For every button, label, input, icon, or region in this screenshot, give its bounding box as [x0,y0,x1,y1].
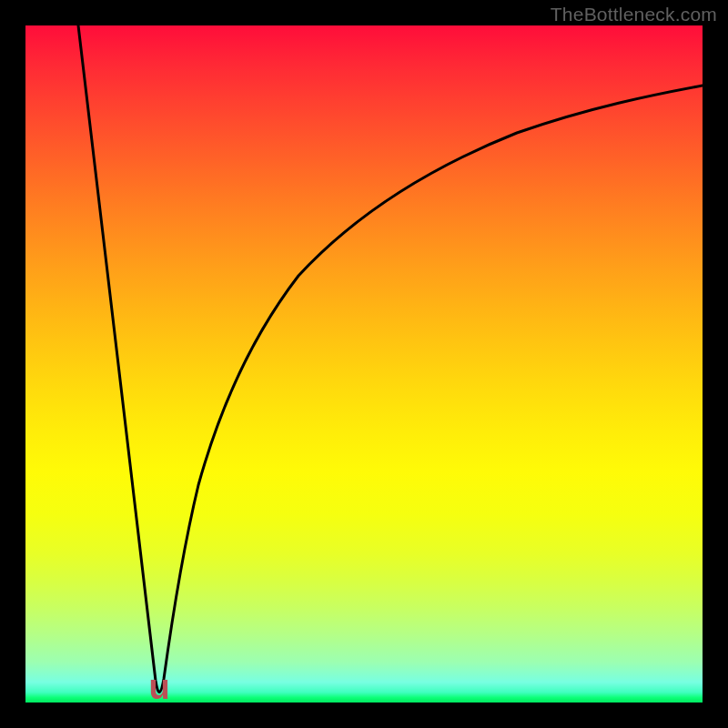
watermark-text: TheBottleneck.com [551,4,717,25]
curve-layer [25,25,703,703]
outer-frame: TheBottleneck.com u [0,0,728,728]
bottleneck-curve [78,25,703,693]
plot-area: u [25,25,703,703]
